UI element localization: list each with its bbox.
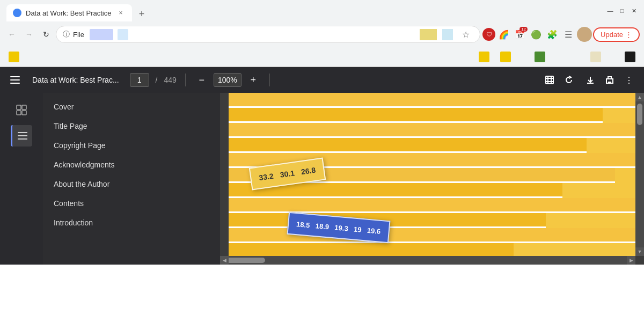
extension-calendar[interactable]: 📅12	[513, 27, 528, 42]
update-button[interactable]: Update ⋮	[593, 27, 640, 42]
zoom-out-button[interactable]: −	[194, 72, 209, 87]
pdf-page-separator: /	[156, 76, 158, 84]
tab-close-btn[interactable]: ×	[116, 8, 126, 18]
close-button[interactable]: ✕	[630, 7, 638, 14]
pdf-sidebar	[0, 93, 43, 265]
pdf-page-input[interactable]	[130, 73, 149, 87]
scroll-down-arrow[interactable]: ▼	[635, 247, 644, 256]
forward-button[interactable]: →	[21, 27, 36, 42]
address-bar[interactable]: ⓘ File ☆	[56, 26, 480, 43]
bookmark-icon-4	[535, 52, 545, 62]
separator-2	[269, 74, 270, 86]
fit-page-button[interactable]	[541, 71, 558, 89]
bookmark-1[interactable]	[4, 50, 24, 63]
chart-visualization: 33.2 30.1 26.8 18.5 18.9 19.3 19 19.6	[229, 93, 635, 256]
more-options-button[interactable]: ⋮	[620, 71, 638, 89]
bookmark-icon-1	[9, 52, 19, 62]
bookmark-color-2	[442, 29, 453, 40]
svg-rect-6	[17, 105, 21, 109]
svg-rect-1	[10, 76, 20, 77]
pdf-viewer: Data at Work: Best Prac... / 449 − + ⋮	[0, 67, 644, 265]
info-icon: ⓘ	[63, 30, 70, 39]
star-icon[interactable]: ☆	[458, 27, 473, 42]
back-button[interactable]: ←	[4, 27, 19, 42]
scroll-up-arrow[interactable]: ▲	[635, 93, 644, 101]
active-tab[interactable]: Data at Work: Best Practices for C ×	[6, 4, 132, 21]
toc-button[interactable]	[11, 125, 32, 147]
scroll-left-arrow[interactable]: ◀	[220, 256, 229, 265]
bookmark-4[interactable]	[530, 50, 550, 63]
bookmark-icon-2	[479, 52, 489, 62]
extension-red[interactable]: 🛡	[482, 28, 495, 41]
toolbar-icons: 🛡 🌈 📅12 🟢 🧩 ☰ Update ⋮	[482, 27, 640, 42]
svg-rect-2	[10, 79, 20, 80]
bookmark-icon-3	[500, 52, 511, 62]
svg-point-0	[14, 10, 20, 16]
bookmark-5[interactable]	[586, 50, 605, 63]
bookmarks-bar	[0, 47, 644, 67]
pdf-toolbar: Data at Work: Best Prac... / 449 − + ⋮	[0, 67, 644, 93]
bookmark-color-1	[420, 29, 437, 40]
title-bar: Data at Work: Best Practices for C × + —…	[0, 0, 644, 21]
maximize-button[interactable]: □	[618, 7, 626, 14]
download-button[interactable]	[582, 71, 599, 89]
bookmark-icon-5	[590, 52, 601, 62]
rotate-button[interactable]	[560, 71, 577, 89]
bookmark-3[interactable]	[496, 50, 515, 63]
svg-rect-4	[546, 76, 553, 84]
print-button[interactable]	[601, 71, 618, 89]
tab-title: Data at Work: Best Practices for C	[26, 9, 112, 17]
toc-item-title-page[interactable]: Title Page	[43, 116, 220, 136]
pdf-zoom-input[interactable]	[214, 73, 241, 87]
horizontal-scrollbar[interactable]: ▶ ◀	[220, 256, 635, 265]
pdf-tools: ⋮	[541, 71, 638, 89]
address-segment-2	[118, 29, 128, 40]
toc-panel: Cover Title Page Copyright Page Acknowle…	[43, 93, 220, 265]
pdf-content: Cover Title Page Copyright Page Acknowle…	[0, 93, 644, 265]
address-text: File	[73, 31, 84, 39]
toc-item-contents[interactable]: Contents	[43, 194, 220, 213]
toc-item-cover[interactable]: Cover	[43, 97, 220, 116]
svg-rect-3	[10, 83, 20, 84]
scroll-thumb-vertical[interactable]	[637, 104, 642, 125]
scroll-right-arrow[interactable]: ▶	[627, 256, 635, 265]
window-controls: — □ ✕	[606, 7, 638, 14]
pdf-page-area: ▲ 33.2 30.1	[220, 93, 644, 265]
svg-rect-7	[22, 105, 26, 109]
profile-menu-icon[interactable]: ☰	[561, 27, 576, 42]
toc-item-acknowledgments[interactable]: Acknowledgments	[43, 155, 220, 174]
thumbnails-button[interactable]	[11, 99, 32, 121]
pdf-title: Data at Work: Best Prac...	[32, 76, 119, 84]
zoom-in-button[interactable]: +	[246, 72, 261, 87]
tab-strip: Data at Work: Best Practices for C × +	[6, 0, 606, 21]
reload-button[interactable]: ↻	[39, 27, 54, 42]
pdf-menu-button[interactable]	[6, 71, 24, 89]
svg-rect-8	[17, 111, 21, 115]
new-tab-button[interactable]: +	[134, 6, 149, 21]
svg-rect-9	[22, 111, 26, 115]
address-bar-row: ← → ↻ ⓘ File ☆ 🛡 🌈 📅12 🟢 🧩 ☰ Up	[0, 21, 644, 47]
toc-item-copyright[interactable]: Copyright Page	[43, 136, 220, 155]
bookmark-6[interactable]	[620, 50, 640, 63]
extension-rainbow[interactable]: 🌈	[496, 27, 511, 42]
pdf-total-pages: 449	[164, 76, 176, 84]
bookmark-icon-6	[625, 52, 635, 62]
separator-1	[185, 74, 186, 86]
extension-green[interactable]: 🟢	[529, 27, 544, 42]
vertical-scrollbar[interactable]	[635, 101, 644, 256]
toc-item-about-author[interactable]: About the Author	[43, 174, 220, 194]
toc-item-introduction[interactable]: Introduction	[43, 213, 220, 232]
user-avatar[interactable]	[577, 27, 592, 42]
extensions-btn[interactable]: 🧩	[545, 27, 560, 42]
bookmark-2[interactable]	[474, 50, 494, 63]
tab-favicon	[13, 9, 21, 17]
minimize-button[interactable]: —	[606, 7, 614, 14]
scroll-thumb-horizontal[interactable]	[222, 258, 265, 263]
address-segment-1	[90, 29, 113, 40]
